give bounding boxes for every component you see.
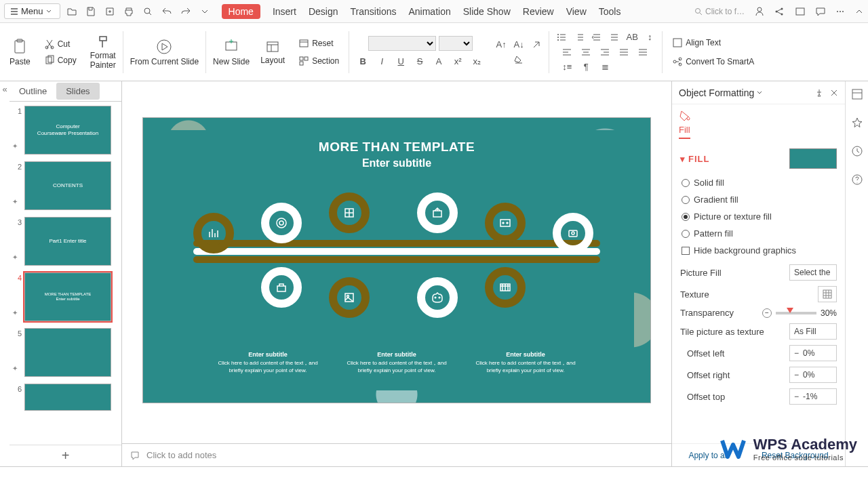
para-spacing-icon[interactable]: ¶	[580, 62, 591, 73]
slide-thumb-3[interactable]: Part1 Enter title	[24, 217, 111, 266]
underline-icon[interactable]: U	[395, 56, 406, 67]
close-panel-icon[interactable]	[830, 89, 838, 97]
section-button[interactable]: Section	[296, 54, 342, 68]
tab-animation[interactable]: Animation	[408, 6, 450, 17]
preview-icon[interactable]	[142, 5, 154, 18]
save-icon[interactable]	[85, 5, 97, 18]
slide-thumb-6[interactable]	[24, 384, 111, 411]
tab-slideshow[interactable]: Slide Show	[463, 6, 511, 17]
from-current-slide-button[interactable]: From Current Slide	[130, 38, 199, 66]
line-spacing-icon[interactable]: ↕≡	[561, 62, 572, 73]
increase-indent-icon[interactable]	[609, 32, 620, 43]
search-box[interactable]: Click to f…	[694, 7, 745, 16]
fill-tab-icon	[679, 110, 691, 122]
highlight-icon[interactable]	[513, 54, 524, 65]
strike-icon[interactable]: S	[414, 56, 425, 67]
new-slide-button[interactable]: New Slide	[213, 38, 250, 66]
svg-point-16	[157, 40, 171, 54]
tab-home[interactable]: Home	[222, 4, 260, 19]
tab-transitions[interactable]: Transitions	[351, 6, 397, 17]
pin-icon[interactable]	[815, 89, 823, 97]
decrease-indent-icon[interactable]	[591, 32, 602, 43]
print-icon[interactable]	[123, 5, 135, 18]
subscript-icon[interactable]: x₂	[471, 56, 482, 67]
offset-right-input[interactable]: −0%	[789, 367, 837, 383]
slide-thumb-2[interactable]: CONTENTS	[24, 161, 111, 210]
qat-more-icon[interactable]	[199, 5, 211, 18]
comment-icon[interactable]	[815, 6, 826, 17]
grow-font-icon[interactable]: A↑	[496, 39, 507, 50]
texture-select[interactable]	[818, 286, 837, 302]
notes-placeholder[interactable]: Click to add notes	[146, 450, 216, 460]
font-size-select[interactable]	[439, 36, 473, 51]
rail-history-icon[interactable]	[851, 145, 863, 157]
numbering-icon[interactable]	[574, 32, 585, 43]
sort-icon[interactable]: ↕	[644, 32, 655, 43]
rail-effects-icon[interactable]	[851, 117, 863, 129]
collapse-panel-icon[interactable]: «	[0, 81, 9, 466]
font-color-icon[interactable]: A	[433, 56, 444, 67]
text-direction-icon[interactable]: AB	[627, 32, 637, 43]
layout-button[interactable]: Layout	[260, 39, 285, 65]
transparency-minus[interactable]: −	[762, 308, 772, 318]
tab-design[interactable]: Design	[309, 6, 338, 17]
picture-fill-select[interactable]: Select the	[789, 264, 837, 281]
apply-to-all-button[interactable]: Apply to all	[688, 451, 728, 460]
offset-left-input[interactable]: −0%	[789, 345, 837, 361]
user-icon[interactable]	[754, 6, 765, 17]
italic-icon[interactable]: I	[376, 56, 387, 67]
font-family-select[interactable]	[368, 36, 436, 51]
collapse-ribbon-icon[interactable]	[854, 7, 864, 16]
solid-fill-option[interactable]: Solid fill	[680, 174, 837, 191]
align-text-button[interactable]: Align Text	[669, 36, 724, 49]
tile-select[interactable]: As Fill	[789, 323, 837, 340]
offset-top-input[interactable]: −-1%	[789, 388, 837, 405]
align-center-icon[interactable]	[580, 47, 591, 58]
cut-button[interactable]: Cut	[41, 37, 73, 51]
align-left-icon[interactable]	[561, 47, 572, 58]
undo-icon[interactable]	[161, 5, 173, 18]
add-slide-button[interactable]: +	[9, 445, 121, 466]
convert-smartart-button[interactable]: Convert To SmartA	[669, 55, 757, 68]
tab-review[interactable]: Review	[523, 6, 554, 17]
redo-icon[interactable]	[180, 5, 192, 18]
bold-icon[interactable]: B	[357, 56, 368, 67]
export-icon[interactable]	[104, 5, 116, 18]
paste-button[interactable]: Paste	[9, 38, 31, 66]
slide-thumb-1[interactable]: Computer Courseware Presentation	[24, 106, 111, 155]
slide-canvas[interactable]: MORE THAN TEMPLATE Enter subtitle	[143, 118, 650, 403]
tab-tools[interactable]: Tools	[599, 6, 621, 17]
share-icon[interactable]	[774, 6, 785, 17]
open-icon[interactable]	[66, 5, 78, 18]
collapse-section-icon[interactable]: ▾	[680, 154, 686, 164]
reset-button[interactable]: Reset	[296, 37, 336, 50]
rail-format-icon[interactable]	[851, 88, 863, 100]
menu-button[interactable]: Menu	[4, 3, 60, 19]
align-right-icon[interactable]	[599, 47, 610, 58]
fill-tab[interactable]: Fill	[679, 125, 690, 139]
tab-view[interactable]: View	[566, 6, 587, 17]
gradient-fill-option[interactable]: Gradient fill	[680, 191, 837, 208]
more-icon[interactable]	[835, 7, 845, 16]
tab-outline[interactable]: Outline	[9, 83, 56, 100]
align-distribute-icon[interactable]	[637, 47, 648, 58]
pattern-fill-option[interactable]: Pattern fill	[680, 225, 837, 242]
shrink-font-icon[interactable]: A↓	[513, 39, 524, 50]
rail-help-icon[interactable]	[851, 174, 863, 186]
tab-slides[interactable]: Slides	[56, 83, 99, 100]
columns-icon[interactable]: ≣	[599, 62, 610, 73]
hide-bg-graphics-option[interactable]: Hide background graphics	[680, 242, 837, 259]
reset-background-button[interactable]: Reset Background	[762, 451, 829, 460]
tab-insert[interactable]: Insert	[273, 6, 296, 17]
align-justify-icon[interactable]	[618, 47, 629, 58]
slide-thumb-4[interactable]: MORE THAN TEMPLATE Enter subtitle	[24, 272, 111, 321]
clear-format-icon[interactable]	[531, 39, 542, 50]
transparency-slider[interactable]	[776, 312, 816, 314]
format-painter-button[interactable]: Format Painter	[90, 35, 116, 70]
bullets-icon[interactable]	[556, 32, 567, 43]
picture-fill-option[interactable]: Picture or texture fill	[680, 208, 837, 225]
copy-button[interactable]: Copy	[41, 54, 79, 67]
superscript-icon[interactable]: x²	[452, 56, 463, 67]
window-icon[interactable]	[795, 6, 806, 17]
slide-thumb-5[interactable]	[24, 328, 111, 377]
